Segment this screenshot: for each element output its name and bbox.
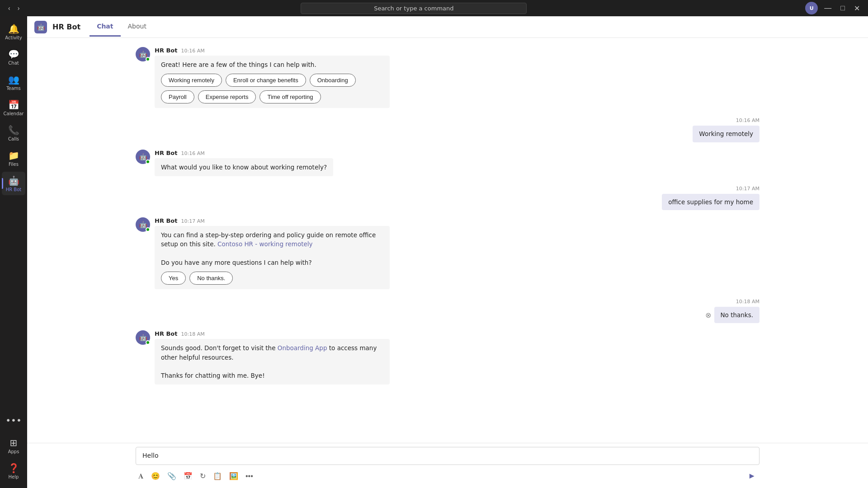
files-icon: 📁 (8, 150, 19, 161)
back-button[interactable]: ‹ (5, 4, 13, 13)
tab-chat[interactable]: Chat (90, 17, 120, 37)
bot-avatar-2: 🤖 (136, 150, 150, 164)
sidebar-item-calls[interactable]: 📞 Calls (2, 121, 25, 145)
close-button[interactable]: ✕ (851, 4, 863, 13)
sidebar-label-help: Help (9, 474, 19, 479)
sidebar-item-hrbot[interactable]: 🤖 HR Bot (2, 172, 25, 195)
message-text-7c: Thanks for chatting with me. Bye! (161, 372, 265, 379)
search-bar[interactable]: Search or type a command (301, 3, 527, 14)
sidebar-item-teams[interactable]: 👥 Teams (2, 70, 25, 94)
suggestion-no-thanks[interactable]: No thanks. (189, 272, 233, 285)
message-meta: HR Bot 10:16 AM (155, 47, 390, 54)
user-meta-2: 10:17 AM (662, 183, 760, 192)
sidebar-item-files[interactable]: 📁 Files (2, 146, 25, 170)
sender-name-5: HR Bot (155, 217, 177, 224)
loop-button[interactable]: ↻ (197, 470, 208, 482)
image-button[interactable]: 🖼️ (226, 470, 241, 482)
sidebar-item-calendar[interactable]: 📅 Calendar (2, 96, 25, 119)
suggestion-enroll-benefits[interactable]: Enroll or change benefits (226, 74, 306, 87)
schedule-button[interactable]: 📅 (181, 470, 195, 482)
more-icon: ••• (5, 415, 21, 426)
sidebar-label-chat: Chat (8, 61, 19, 66)
sidebar-label-teams: Teams (6, 86, 21, 91)
sidebar-item-more[interactable]: ••• (2, 408, 25, 432)
more-options-button[interactable]: ••• (243, 470, 256, 482)
activity-icon: 🔔 (8, 23, 19, 34)
suggestion-working-remotely[interactable]: Working remotely (161, 74, 222, 87)
yes-no-buttons: Yes No thanks. (161, 272, 383, 285)
message-text-5b: Do you have any more questions I can hel… (161, 259, 312, 266)
message-timestamp-7: 10:18 AM (181, 331, 204, 337)
message-meta-7: HR Bot 10:18 AM (155, 330, 390, 337)
suggestion-time-off[interactable]: Time off reporting (259, 90, 321, 103)
minimize-button[interactable]: — (821, 4, 834, 12)
input-toolbar: 𝐀 😊 📎 📅 ↻ 📋 🖼️ ••• ► (136, 468, 760, 484)
sidebar-label-calendar: Calendar (4, 111, 24, 116)
maximize-button[interactable]: □ (838, 4, 848, 12)
bot-avatar-3: 🤖 (136, 217, 150, 232)
user-message-row: 10:16 AM Working remotely (136, 115, 760, 142)
sender-name-7: HR Bot (155, 330, 177, 337)
user-timestamp-3: 10:18 AM (736, 299, 760, 305)
message-content-3: HR Bot 10:16 AM What would you like to k… (155, 150, 333, 176)
attach-button[interactable]: 📎 (165, 470, 179, 482)
message-meta-5: HR Bot 10:17 AM (155, 217, 390, 224)
delivery-button[interactable]: 📋 (210, 470, 225, 482)
suggestion-yes[interactable]: Yes (161, 272, 186, 285)
teams-icon: 👥 (8, 74, 19, 85)
message-input[interactable]: Hello (136, 447, 760, 465)
chat-area: 🤖 HR Bot 10:16 AM Great! Here are a few … (27, 38, 868, 443)
app-tabs: Chat About (90, 17, 154, 37)
sidebar-item-chat[interactable]: 💬 Chat (2, 45, 25, 69)
message-content: HR Bot 10:16 AM Great! Here are a few of… (155, 47, 390, 108)
titlebar-center: Search or type a command (22, 3, 805, 14)
suggestion-payroll[interactable]: Payroll (161, 90, 194, 103)
message-meta-3: HR Bot 10:16 AM (155, 150, 333, 156)
send-button[interactable]: ► (744, 469, 760, 483)
status-dot (146, 57, 150, 61)
user-message-content: 10:16 AM Working remotely (693, 115, 760, 142)
sidebar-label-apps: Apps (8, 449, 19, 454)
reaction-icon[interactable]: ⊗ (705, 311, 711, 319)
titlebar-nav: ‹ › (5, 4, 22, 13)
user-message-row-2: 10:17 AM office supplies for my home (136, 183, 760, 210)
bot-avatar-4: 🤖 (136, 330, 150, 345)
hrbot-icon: 🤖 (8, 175, 19, 186)
format-button[interactable]: 𝐀 (136, 470, 146, 482)
sidebar-label-calls: Calls (8, 136, 19, 141)
user-message-content-2: 10:17 AM office supplies for my home (662, 183, 760, 210)
app-body: 🔔 Activity 💬 Chat 👥 Teams 📅 Calendar 📞 C… (0, 16, 868, 488)
titlebar-left: ‹ › (5, 4, 22, 13)
onboarding-app-link[interactable]: Onboarding App (278, 344, 327, 352)
input-area: Hello 𝐀 😊 📎 📅 ↻ 📋 🖼️ ••• ► (27, 443, 868, 488)
message-content-5: HR Bot 10:17 AM You can find a step-by-s… (155, 217, 390, 289)
message-timestamp-3: 10:16 AM (181, 150, 204, 156)
forward-button[interactable]: › (15, 4, 23, 13)
sidebar-item-help[interactable]: ❓ Help (2, 459, 25, 483)
sidebar-label-hrbot: HR Bot (6, 187, 22, 192)
emoji-button[interactable]: 😊 (148, 470, 163, 482)
no-thanks-container: 10:18 AM ⊗ No thanks. (705, 296, 760, 323)
sidebar-item-apps[interactable]: ⊞ Apps (2, 434, 25, 457)
titlebar-right: U — □ ✕ (805, 2, 863, 14)
sidebar: 🔔 Activity 💬 Chat 👥 Teams 📅 Calendar 📞 C… (0, 16, 27, 488)
sidebar-item-activity[interactable]: 🔔 Activity (2, 20, 25, 43)
suggestion-buttons: Working remotely Enroll or change benefi… (161, 74, 383, 103)
suggestion-expense-reports[interactable]: Expense reports (198, 90, 256, 103)
contoso-link[interactable]: Contoso HR - working remotely (217, 240, 313, 248)
message-row-5: 🤖 HR Bot 10:17 AM You can find a step-by… (136, 217, 760, 289)
active-indicator (2, 178, 3, 189)
status-dot-3 (146, 227, 150, 232)
calls-icon: 📞 (8, 125, 19, 136)
status-dot-2 (146, 160, 150, 164)
content-area: 🤖 HR Bot Chat About 🤖 HR Bot 10:16 AM (27, 16, 868, 488)
tab-about[interactable]: About (121, 17, 154, 37)
user-message-row-3: 10:18 AM ⊗ No thanks. (136, 296, 760, 323)
suggestion-onboarding[interactable]: Onboarding (310, 74, 356, 87)
bot-icon: 🤖 (34, 21, 47, 33)
message-text-3: What would you like to know about workin… (161, 164, 327, 171)
message-bubble: Great! Here are a few of the things I ca… (155, 56, 390, 108)
titlebar: ‹ › Search or type a command U — □ ✕ (0, 0, 868, 16)
sidebar-label-files: Files (9, 162, 19, 167)
help-icon: ❓ (8, 463, 19, 474)
